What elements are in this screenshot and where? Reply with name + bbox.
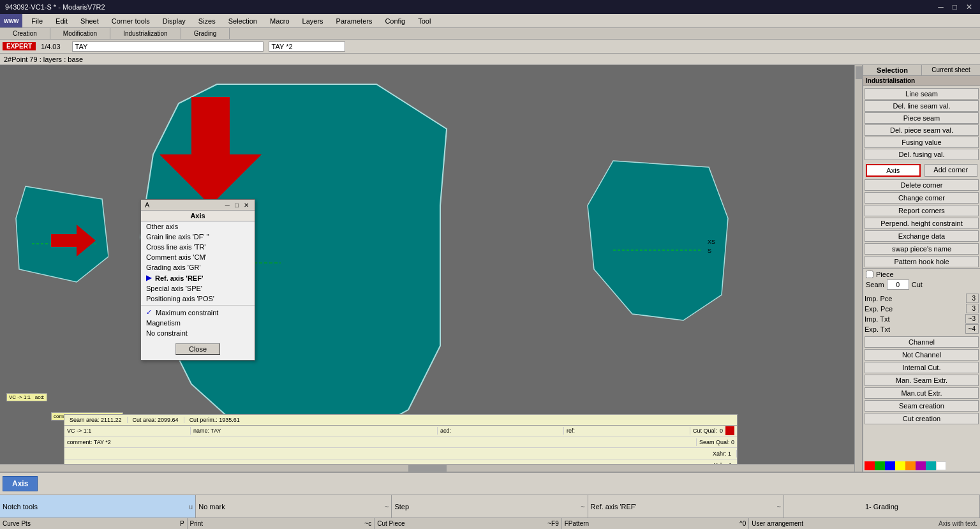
canvas-area[interactable]: XS S L XL XXL evc: Grading XS S: [0, 65, 862, 472]
info-bar: 2#Point 79 : layers : base: [0, 54, 980, 65]
menu-ref-axis[interactable]: ▶ Ref. axis 'REF': [141, 272, 255, 283]
imp-txt-val: ~3: [965, 314, 979, 324]
del-piece-seam-btn[interactable]: Del. piece seam val.: [865, 124, 979, 136]
xahr-cell: Xahr: 1: [708, 450, 737, 458]
color-white[interactable]: [936, 461, 946, 470]
color-green[interactable]: [875, 461, 885, 470]
canvas-scrollbar[interactable]: [854, 65, 862, 472]
context-minimize[interactable]: ─: [223, 202, 232, 209]
cut-qual-cell: Cut Qual: 0: [690, 426, 737, 436]
canvas-hscrollbar[interactable]: [0, 464, 854, 472]
piece-seam-btn[interactable]: Piece seam: [865, 112, 979, 124]
seam-creation-btn[interactable]: Seam creation: [865, 400, 979, 412]
menu-magnetism[interactable]: Magnetism: [141, 318, 255, 328]
change-corner-btn[interactable]: Change corner: [865, 192, 979, 204]
exchange-data-btn[interactable]: Exchange data: [865, 230, 979, 242]
color-red[interactable]: [865, 461, 875, 470]
not-channel-btn[interactable]: Not Channel: [865, 349, 979, 361]
category-creation[interactable]: Creation: [0, 28, 50, 39]
menu-special-axis[interactable]: Special axis 'SPE': [141, 283, 255, 294]
menu-edit[interactable]: Edit: [49, 14, 74, 27]
close-btn[interactable]: ✕: [963, 3, 975, 11]
tay2-input[interactable]: TAY *2: [269, 41, 345, 52]
bottom-axis-btn[interactable]: Axis: [3, 476, 38, 491]
menu-sheet[interactable]: Sheet: [74, 14, 105, 27]
menu-comment-axis[interactable]: Comment axis 'CM': [141, 252, 255, 262]
context-menu-controls[interactable]: ─ □ ✕: [223, 202, 251, 209]
menu-selection[interactable]: Selection: [222, 14, 264, 27]
axis-btn[interactable]: Axis: [866, 164, 921, 177]
minimize-btn[interactable]: ─: [935, 3, 946, 11]
piece-checkbox[interactable]: [866, 271, 873, 278]
color-palette[interactable]: [863, 460, 980, 472]
menu-grading-axis[interactable]: Grading axis 'GR': [141, 262, 255, 272]
print-item: Print ~c: [188, 518, 375, 529]
add-corner-btn[interactable]: Add corner: [924, 164, 978, 177]
del-fusing-btn[interactable]: Del. fusing val.: [865, 149, 979, 160]
color-yellow[interactable]: [895, 461, 905, 470]
pattern-hook-btn[interactable]: Pattern hook hole: [865, 256, 979, 267]
exp-pce-label: Exp. Pce: [865, 305, 893, 313]
mancut-extr-btn[interactable]: Man.cut Extr.: [865, 387, 979, 399]
piece-name-cell: name: TAY: [191, 427, 438, 435]
bottom-toolbar: Axis: [0, 472, 980, 495]
seam-input[interactable]: [887, 279, 909, 290]
size-labels-right: XS S: [708, 237, 715, 255]
menu-separator: [141, 305, 255, 306]
category-bar: Creation Modification Industrialization …: [0, 28, 980, 40]
color-cyan[interactable]: [926, 461, 936, 470]
menu-tool[interactable]: Tool: [412, 14, 437, 27]
comment-cell: comment: TAY *2: [64, 438, 697, 446]
scrollbar-thumb[interactable]: [856, 66, 862, 79]
context-menu-tab[interactable]: Axis: [141, 211, 255, 221]
vc-name-cell: VC -> 1:1: [64, 427, 191, 435]
menu-display[interactable]: Display: [156, 14, 192, 27]
menu-grain-line[interactable]: Grain line axis 'DF' ": [141, 232, 255, 242]
report-corners-btn[interactable]: Report corners: [865, 205, 979, 216]
context-menu[interactable]: A ─ □ ✕ Axis Other axis Grain line axis …: [140, 199, 255, 361]
menu-no-constraint[interactable]: No constraint: [141, 328, 255, 338]
perp-height-btn[interactable]: Perpend. height constraint: [865, 218, 979, 229]
category-grading[interactable]: Grading: [181, 28, 230, 39]
menu-corner-tools[interactable]: Corner tools: [105, 14, 156, 27]
menu-positioning-axis[interactable]: Positioning axis 'POS': [141, 294, 255, 304]
step-label: Step: [394, 503, 409, 510]
seam-qual-cell: Seam Qual: 0: [697, 438, 737, 446]
tay-input[interactable]: TAY: [72, 41, 264, 52]
menu-config[interactable]: Config: [378, 14, 412, 27]
man-seam-extr-btn[interactable]: Man. Seam Extr.: [865, 375, 979, 386]
context-restore[interactable]: □: [233, 202, 241, 209]
tab-selection[interactable]: Selection: [863, 65, 922, 75]
color-blue[interactable]: [885, 461, 895, 470]
color-purple[interactable]: [916, 461, 926, 470]
context-close[interactable]: ✕: [242, 202, 251, 209]
imp-pce-label: Imp. Pce: [865, 295, 892, 302]
menu-layers[interactable]: Layers: [296, 14, 330, 27]
fusing-value-btn[interactable]: Fusing value: [865, 137, 979, 148]
menu-macro[interactable]: Macro: [264, 14, 296, 27]
window-controls[interactable]: ─ □ ✕: [935, 3, 975, 11]
menu-max-constraint[interactable]: Maximum constraint: [141, 307, 255, 318]
menu-sizes[interactable]: Sizes: [192, 14, 222, 27]
hscrollbar-thumb[interactable]: [408, 465, 447, 472]
ref-key: ~: [776, 503, 780, 510]
channel-btn[interactable]: Channel: [865, 336, 979, 348]
imp-txt-label: Imp. Txt: [865, 315, 890, 323]
context-close-btn[interactable]: Close: [175, 343, 220, 355]
internal-cut-btn[interactable]: Internal Cut.: [865, 362, 979, 373]
maximize-btn[interactable]: □: [950, 3, 960, 11]
menu-other-axis[interactable]: Other axis: [141, 221, 255, 232]
context-menu-title: A ─ □ ✕: [141, 200, 255, 211]
menu-file[interactable]: File: [25, 14, 49, 27]
category-modification[interactable]: Modification: [50, 28, 110, 39]
tab-current-sheet[interactable]: Current sheet: [922, 65, 980, 75]
cut-creation-btn[interactable]: Cut creation: [865, 413, 979, 424]
color-orange[interactable]: [905, 461, 916, 470]
delete-corner-btn[interactable]: Delete corner: [865, 179, 979, 191]
swap-piece-btn[interactable]: swap piece's name: [865, 243, 979, 255]
menu-cross-line[interactable]: Cross line axis 'TR': [141, 242, 255, 252]
line-seam-btn[interactable]: Line seam: [865, 88, 979, 100]
category-industrialization[interactable]: Industrialization: [110, 28, 181, 39]
del-line-seam-btn[interactable]: Del. line seam val.: [865, 100, 979, 112]
menu-parameters[interactable]: Parameters: [330, 14, 379, 27]
